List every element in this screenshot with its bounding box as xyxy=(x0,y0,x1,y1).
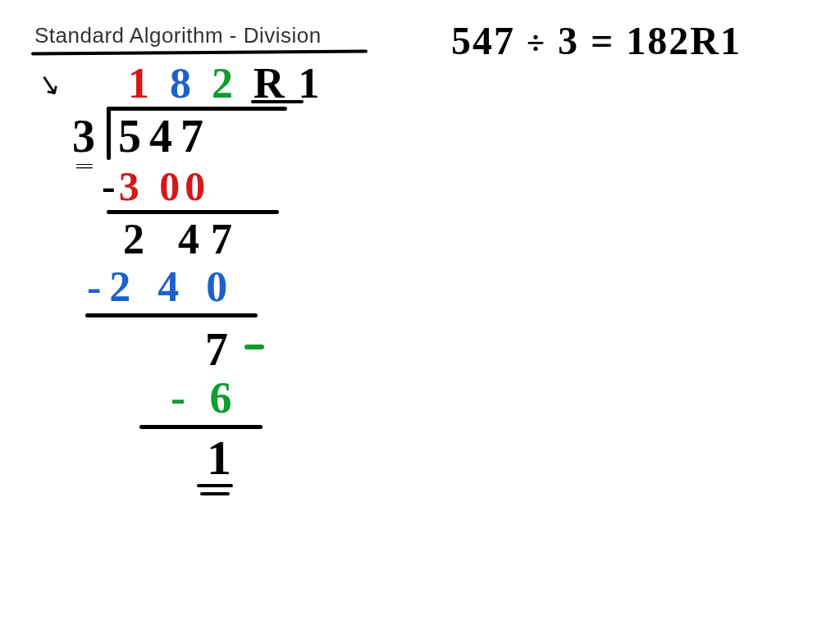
step2-subtract: -2 4 0 xyxy=(87,262,235,311)
step2-dash xyxy=(244,345,264,349)
remainder-underline xyxy=(251,100,304,103)
equation-summary: 547 ÷ 3 = 182R1 xyxy=(451,18,742,63)
eq-divisor: 3 xyxy=(558,19,579,62)
step2-line xyxy=(85,313,258,317)
divisor-underline: == xyxy=(75,156,91,177)
eq-dividend: 547 xyxy=(451,19,515,62)
step3-line xyxy=(139,425,262,429)
dividend: 547 xyxy=(118,110,212,162)
step1-result: 2 47 xyxy=(123,215,244,263)
step1-subtract: -3 00 xyxy=(102,162,210,210)
quotient-ones: 2 xyxy=(212,60,238,107)
final-underline-1 xyxy=(197,484,233,487)
equals-sign-icon: = xyxy=(591,19,614,62)
step2-result: 7 xyxy=(205,323,228,376)
step3-subtract: - 6 xyxy=(171,372,238,423)
step1-line xyxy=(107,210,279,214)
title-underline xyxy=(31,50,368,56)
final-remainder: 1 xyxy=(207,430,231,486)
quotient-tens: 8 xyxy=(170,60,196,107)
final-underline-2 xyxy=(200,492,230,495)
divisor: 3 xyxy=(72,110,95,162)
quotient-hundreds: 1 xyxy=(128,60,154,107)
step1-value: 3 00 xyxy=(119,163,211,209)
minus-icon: - xyxy=(102,163,119,209)
division-sign-icon: ÷ xyxy=(527,25,546,62)
page-title: Standard Algorithm - Division xyxy=(34,23,322,48)
eq-result: 182R1 xyxy=(626,19,742,62)
arrow-icon: ↘ xyxy=(34,66,64,103)
division-bar-side xyxy=(107,107,111,160)
